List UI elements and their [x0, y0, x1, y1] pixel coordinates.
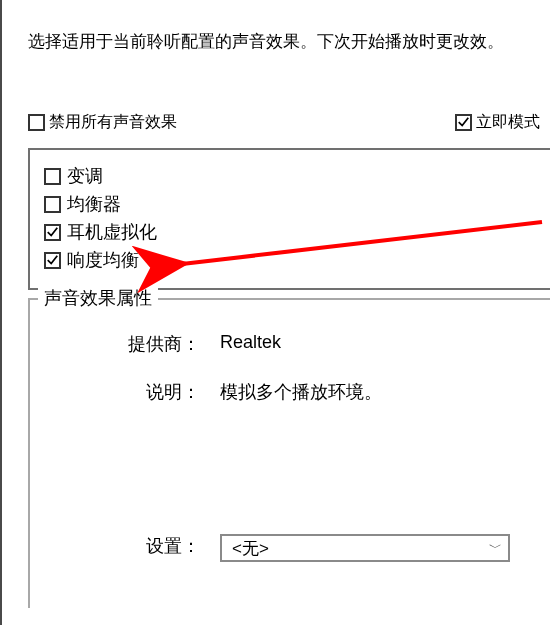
instant-mode-checkbox[interactable]: 立即模式	[455, 112, 540, 133]
instant-mode-label: 立即模式	[476, 112, 540, 133]
effect-item-label: 均衡器	[67, 192, 121, 216]
settings-row: 设置： <无> ﹀	[100, 534, 530, 562]
checkbox-icon	[44, 168, 61, 185]
description-row: 说明： 模拟多个播放环境。	[100, 380, 382, 404]
disable-all-effects-checkbox[interactable]: 禁用所有声音效果	[28, 112, 177, 133]
effects-listbox[interactable]: 变调均衡器耳机虚拟化响度均衡	[28, 148, 550, 290]
checkbox-icon	[455, 114, 472, 131]
effect-item[interactable]: 均衡器	[44, 192, 536, 216]
description-value: 模拟多个播放环境。	[220, 380, 382, 404]
checkbox-icon	[44, 196, 61, 213]
settings-label: 设置：	[100, 534, 200, 558]
effect-item-label: 响度均衡	[67, 248, 139, 272]
checkbox-icon	[28, 114, 45, 131]
provider-label: 提供商：	[100, 332, 200, 356]
dialog-panel: 选择适用于当前聆听配置的声音效果。下次开始播放时更改效。 禁用所有声音效果 立即…	[0, 0, 550, 625]
group-title: 声音效果属性	[38, 286, 158, 310]
disable-all-effects-label: 禁用所有声音效果	[49, 112, 177, 133]
settings-combobox[interactable]: <无> ﹀	[220, 534, 510, 562]
description-label: 说明：	[100, 380, 200, 404]
settings-selected-value: <无>	[232, 537, 269, 560]
provider-value: Realtek	[220, 332, 281, 353]
provider-row: 提供商： Realtek	[100, 332, 281, 356]
checkbox-icon	[44, 252, 61, 269]
top-options-row: 禁用所有声音效果 立即模式	[28, 112, 540, 133]
effect-item[interactable]: 响度均衡	[44, 248, 536, 272]
effect-item[interactable]: 耳机虚拟化	[44, 220, 536, 244]
effect-item-label: 变调	[67, 164, 103, 188]
effect-item-label: 耳机虚拟化	[67, 220, 157, 244]
effect-properties-group: 声音效果属性 提供商： Realtek 说明： 模拟多个播放环境。 设置： <无…	[28, 298, 550, 608]
checkbox-icon	[44, 224, 61, 241]
effect-item[interactable]: 变调	[44, 164, 536, 188]
chevron-down-icon: ﹀	[489, 539, 502, 557]
intro-text: 选择适用于当前聆听配置的声音效果。下次开始播放时更改效。	[28, 28, 550, 55]
